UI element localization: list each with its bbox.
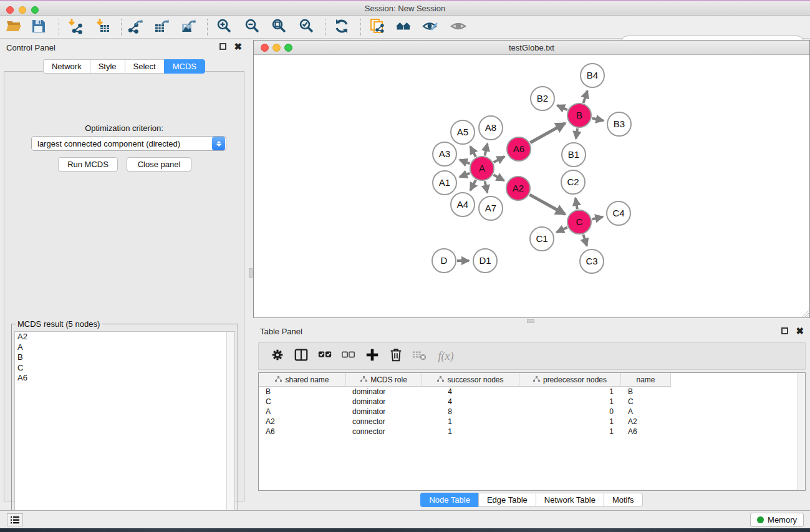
float-panel-icon[interactable] (781, 327, 788, 334)
edge-C-C1[interactable] (557, 228, 567, 233)
optimization-criterion-dropdown[interactable]: largest connected component (directed) (31, 136, 226, 151)
edge-A-A5[interactable] (470, 147, 476, 157)
node-D1[interactable]: D1 (473, 249, 497, 273)
mcds-list-scrollbar[interactable] (226, 332, 234, 531)
column-header-successor-nodes[interactable]: successor nodes (422, 373, 519, 387)
node-A5[interactable]: A5 (451, 120, 475, 144)
node-C1[interactable]: C1 (530, 227, 554, 251)
node-C2[interactable]: C2 (561, 170, 585, 194)
task-history-button[interactable] (7, 513, 23, 526)
float-panel-icon[interactable] (219, 43, 226, 50)
edge-A-A3[interactable] (460, 160, 470, 163)
vertical-splitter-handle[interactable] (249, 268, 253, 278)
column-header-MCDS-role[interactable]: MCDS role (346, 373, 422, 387)
tab-motifs[interactable]: Motifs (604, 493, 643, 507)
node-A2[interactable]: A2 (506, 177, 530, 200)
edge-B-B4[interactable] (584, 91, 587, 103)
node-B[interactable]: B (567, 104, 591, 127)
first-neighbors-button[interactable] (392, 18, 415, 37)
node-A1[interactable]: A1 (433, 171, 456, 195)
export-image-button[interactable] (178, 18, 200, 37)
close-panel-icon[interactable]: ✖ (796, 327, 804, 334)
table-row[interactable]: A2connector11A2 (259, 417, 805, 427)
node-B2[interactable]: B2 (531, 87, 554, 110)
edge-A-A2[interactable] (493, 175, 504, 180)
minimize-window-button[interactable] (272, 44, 281, 52)
table-settings-button[interactable] (266, 345, 289, 367)
run-mcds-button[interactable]: Run MCDS (58, 157, 118, 172)
tab-edge-table[interactable]: Edge Table (478, 493, 536, 507)
mcds-result-item[interactable]: A (15, 342, 234, 353)
zoom-in-button[interactable] (213, 18, 236, 37)
add-column-button[interactable] (361, 345, 383, 367)
network-graph[interactable]: B4B2BB3A5A8A6A3AB1A1A2C2A4A7C4CC1C3DD1 (255, 56, 808, 316)
network-canvas[interactable]: B4B2BB3A5A8A6A3AB1A1A2C2A4A7C4CC1C3DD1 (255, 56, 808, 316)
delete-table-button[interactable] (408, 345, 431, 367)
network-window-titlebar[interactable]: testGlobe.txt (254, 41, 809, 55)
delete-columns-button[interactable] (385, 345, 407, 367)
table-row[interactable]: A6connector11A6 (259, 427, 805, 437)
tab-mcds[interactable]: MCDS (164, 59, 205, 74)
column-header-shared-name[interactable]: shared name (259, 373, 346, 387)
node-B1[interactable]: B1 (562, 143, 586, 167)
edge-A-A6[interactable] (494, 157, 504, 162)
close-window-button[interactable] (6, 6, 14, 14)
edge-B-B3[interactable] (592, 118, 604, 120)
deselect-all-button[interactable] (337, 345, 360, 367)
tab-style[interactable]: Style (90, 59, 125, 74)
import-network-button[interactable] (64, 18, 86, 37)
node-A8[interactable]: A8 (479, 116, 503, 140)
node-D[interactable]: D (432, 249, 456, 273)
select-all-button[interactable] (314, 345, 336, 367)
edge-B-B1[interactable] (576, 128, 577, 138)
new-network-from-selection-button[interactable] (366, 18, 388, 37)
zoom-fit-button[interactable] (268, 18, 291, 37)
zoom-window-button[interactable] (31, 6, 39, 14)
zoom-selected-button[interactable] (296, 18, 318, 37)
mcds-result-item[interactable]: A2 (15, 332, 234, 342)
edge-A-A8[interactable] (485, 143, 487, 155)
zoom-window-button[interactable] (284, 44, 292, 52)
tab-node-table[interactable]: Node Table (420, 493, 478, 507)
edge-A-A1[interactable] (460, 173, 470, 177)
toggle-panels-button[interactable] (290, 345, 312, 367)
edge-A-A7[interactable] (485, 181, 487, 193)
table-row[interactable]: Cdominator41C (259, 397, 805, 407)
node-C4[interactable]: C4 (607, 201, 630, 225)
export-network-button[interactable] (125, 18, 147, 37)
import-table-button[interactable] (92, 18, 114, 37)
node-C3[interactable]: C3 (580, 249, 604, 273)
open-file-button[interactable] (2, 18, 25, 37)
node-A7[interactable]: A7 (479, 196, 503, 220)
node-table[interactable]: shared nameMCDS rolesuccessor nodesprede… (258, 372, 806, 491)
mcds-result-item[interactable]: C (15, 363, 234, 374)
close-panel-icon[interactable]: ✖ (234, 43, 242, 50)
node-B3[interactable]: B3 (607, 112, 631, 136)
edge-A6-B[interactable] (530, 123, 565, 143)
window-resize-grip[interactable] (801, 309, 809, 317)
edge-B-B2[interactable] (557, 105, 567, 110)
node-B4[interactable]: B4 (581, 64, 604, 87)
edge-C-C2[interactable] (576, 198, 577, 210)
close-window-button[interactable] (261, 44, 269, 52)
table-row[interactable]: Adominator80A (259, 407, 805, 417)
memory-button[interactable]: Memory (750, 513, 804, 527)
export-table-button[interactable] (151, 18, 173, 37)
mcds-result-list[interactable]: A2ABCA6 (14, 331, 235, 531)
close-panel-button[interactable]: Close panel (127, 157, 191, 172)
column-header-name[interactable]: name (621, 373, 671, 387)
tab-network[interactable]: Network (43, 59, 90, 74)
refresh-button[interactable] (330, 18, 353, 37)
node-A6[interactable]: A6 (507, 137, 531, 161)
column-header-predecessor-nodes[interactable]: predecessor nodes (519, 373, 621, 387)
node-A3[interactable]: A3 (433, 142, 456, 166)
save-session-button[interactable] (27, 18, 50, 37)
show-all-button[interactable] (447, 18, 470, 37)
table-scrollbar[interactable] (798, 373, 805, 490)
table-row[interactable]: Bdominator41B (259, 387, 805, 397)
mcds-result-item[interactable]: B (15, 352, 234, 363)
edge-A-A4[interactable] (470, 180, 476, 191)
zoom-out-button[interactable] (241, 18, 264, 37)
edge-C-C4[interactable] (592, 217, 602, 220)
mcds-result-item[interactable]: A6 (15, 373, 234, 384)
